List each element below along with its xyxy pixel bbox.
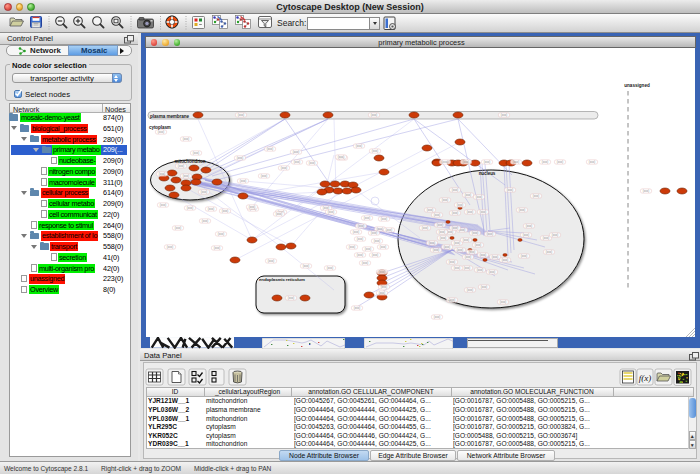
svg-text:(xxx): (xxx) — [434, 213, 440, 217]
svg-text:(xxx): (xxx) — [519, 208, 525, 212]
svg-text:f(x): f(x) — [639, 373, 652, 383]
svg-text:(xxx): (xxx) — [557, 160, 563, 164]
svg-text:(xxx): (xxx) — [372, 253, 378, 257]
svg-text:(xxx): (xxx) — [589, 160, 595, 164]
svg-text:(xxx): (xxx) — [178, 164, 184, 168]
svg-text:(xxx): (xxx) — [356, 144, 362, 148]
svg-text:(xxx): (xxx) — [501, 113, 507, 117]
svg-text:(xxx): (xxx) — [202, 219, 208, 223]
svg-text:(xxx): (xxx) — [183, 174, 189, 178]
svg-text:(xxx): (xxx) — [467, 210, 473, 214]
svg-text:(xxx): (xxx) — [374, 239, 380, 243]
svg-text:(xxx): (xxx) — [452, 188, 458, 192]
svg-text:(xxx): (xxx) — [167, 245, 173, 249]
svg-text:(xxx): (xxx) — [371, 113, 377, 117]
svg-text:(xxx): (xxx) — [380, 245, 386, 249]
svg-text:(xxx): (xxx) — [440, 236, 446, 240]
svg-text:(xxx): (xxx) — [454, 241, 460, 245]
svg-text:(xxx): (xxx) — [523, 233, 529, 237]
svg-text:(xxx): (xxx) — [484, 160, 490, 164]
svg-text:(xxx): (xxx) — [422, 226, 428, 230]
svg-text:(xxx): (xxx) — [362, 261, 368, 265]
svg-text:(xxx): (xxx) — [434, 315, 440, 319]
svg-text:(xxx): (xxx) — [502, 258, 508, 262]
svg-text:(xxx): (xxx) — [454, 266, 460, 270]
svg-text:(xxx): (xxx) — [457, 203, 463, 207]
svg-text:(xxx): (xxx) — [377, 227, 383, 231]
svg-text:(xxx): (xxx) — [187, 206, 193, 210]
svg-text:(xxx): (xxx) — [379, 291, 385, 295]
svg-text:(xxx): (xxx) — [449, 260, 455, 264]
svg-text:(xxx): (xxx) — [354, 306, 360, 310]
svg-text:(xxx): (xxx) — [381, 217, 387, 221]
svg-text:(xxx): (xxx) — [452, 226, 458, 230]
svg-text:(xxx): (xxx) — [427, 208, 433, 212]
svg-text:(xxx): (xxx) — [500, 300, 506, 304]
svg-text:(xxx): (xxx) — [442, 160, 448, 164]
svg-text:(xxx): (xxx) — [542, 160, 548, 164]
svg-text:(xxx): (xxx) — [261, 174, 267, 178]
svg-text:(xxx): (xxx) — [237, 156, 243, 160]
svg-text:(xxx): (xxx) — [294, 160, 300, 164]
svg-text:(xxx): (xxx) — [472, 231, 478, 235]
svg-text:(xxx): (xxx) — [309, 161, 315, 165]
svg-text:(xxx): (xxx) — [521, 254, 527, 258]
svg-text:(xxx): (xxx) — [208, 207, 214, 211]
svg-text:(xxx): (xxx) — [433, 248, 439, 252]
svg-text:(xxx): (xxx) — [267, 147, 273, 151]
svg-text:(xxx): (xxx) — [480, 210, 486, 214]
svg-text:(xxx): (xxx) — [349, 245, 355, 249]
svg-text:(xxx): (xxx) — [160, 203, 166, 207]
svg-text:(xxx): (xxx) — [218, 232, 224, 236]
svg-text:(xxx): (xxx) — [467, 288, 473, 292]
svg-text:(xxx): (xxx) — [465, 193, 471, 197]
svg-text:(xxx): (xxx) — [463, 160, 469, 164]
svg-text:(xxx): (xxx) — [463, 238, 469, 242]
svg-text:(xxx): (xxx) — [183, 137, 189, 141]
svg-text:(xxx): (xxx) — [357, 237, 363, 241]
svg-text:(xxx): (xxx) — [249, 205, 255, 209]
svg-text:(xxx): (xxx) — [358, 224, 364, 228]
svg-text:plasma membrane: plasma membrane — [150, 114, 189, 119]
svg-text:(xxx): (xxx) — [476, 195, 482, 199]
svg-text:(xxx): (xxx) — [175, 226, 181, 230]
svg-text:(xxx): (xxx) — [158, 130, 164, 134]
svg-text:mitochondrion: mitochondrion — [175, 159, 206, 164]
svg-text:(xxx): (xxx) — [214, 246, 220, 250]
svg-text:(xxx): (xxx) — [452, 211, 458, 215]
svg-text:(xxx): (xxx) — [442, 198, 448, 202]
svg-text:(xxx): (xxx) — [159, 172, 165, 176]
svg-text:(xxx): (xxx) — [193, 151, 199, 155]
svg-text:(xxx): (xxx) — [449, 298, 455, 302]
svg-text:(xxx): (xxx) — [201, 190, 207, 194]
svg-text:(xxx): (xxx) — [288, 296, 294, 300]
svg-text:(xxx): (xxx) — [480, 253, 486, 257]
svg-text:(xxx): (xxx) — [365, 247, 371, 251]
svg-text:(xxx): (xxx) — [543, 236, 549, 240]
svg-text:(xxx): (xxx) — [328, 210, 334, 214]
svg-text:(xxx): (xxx) — [238, 113, 244, 117]
svg-text:(xxx): (xxx) — [513, 160, 519, 164]
svg-text:(xxx): (xxx) — [353, 230, 359, 234]
svg-text:(xxx): (xxx) — [386, 228, 392, 232]
svg-text:(xxx): (xxx) — [276, 212, 282, 216]
svg-text:(xxx): (xxx) — [469, 250, 475, 254]
svg-text:(xxx): (xxx) — [338, 155, 344, 159]
svg-text:unassigned: unassigned — [624, 83, 650, 88]
svg-text:(xxx): (xxx) — [546, 250, 552, 254]
svg-text:(xxx): (xxx) — [357, 253, 363, 257]
svg-text:(xxx): (xxx) — [507, 188, 513, 192]
svg-text:(xxx): (xxx) — [475, 243, 481, 247]
svg-text:endoplasmic reticulum: endoplasmic reticulum — [259, 277, 305, 282]
svg-text:(xxx): (xxx) — [552, 233, 558, 237]
svg-text:(xxx): (xxx) — [371, 231, 377, 235]
svg-text:(xxx): (xxx) — [429, 241, 435, 245]
svg-text:(xxx): (xxx) — [303, 264, 309, 268]
svg-text:(xxx): (xxx) — [372, 149, 378, 153]
svg-text:(xxx): (xxx) — [379, 270, 385, 274]
svg-text:(xxx): (xxx) — [464, 266, 470, 270]
svg-text:(xxx): (xxx) — [437, 223, 443, 227]
svg-text:nucleus: nucleus — [479, 171, 496, 176]
svg-text:(xxx): (xxx) — [526, 224, 532, 228]
svg-text:(xxx): (xxx) — [281, 166, 287, 170]
